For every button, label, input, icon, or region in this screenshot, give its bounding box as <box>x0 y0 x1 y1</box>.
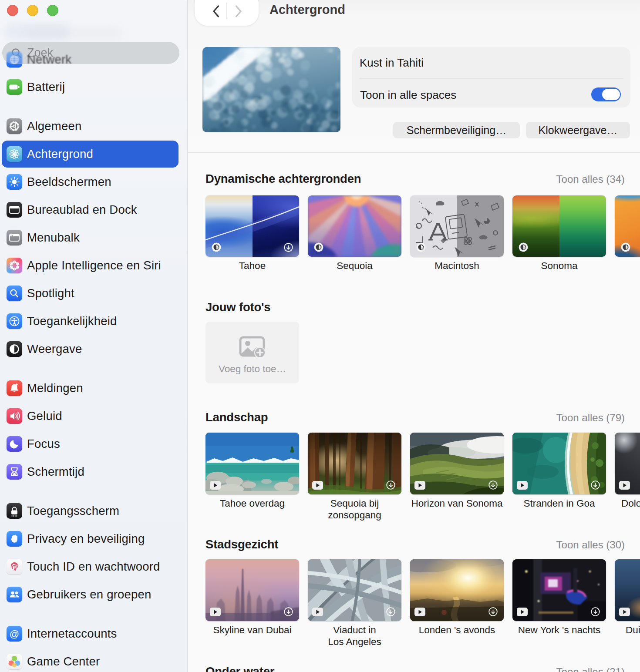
svg-text:@: @ <box>10 628 19 639</box>
